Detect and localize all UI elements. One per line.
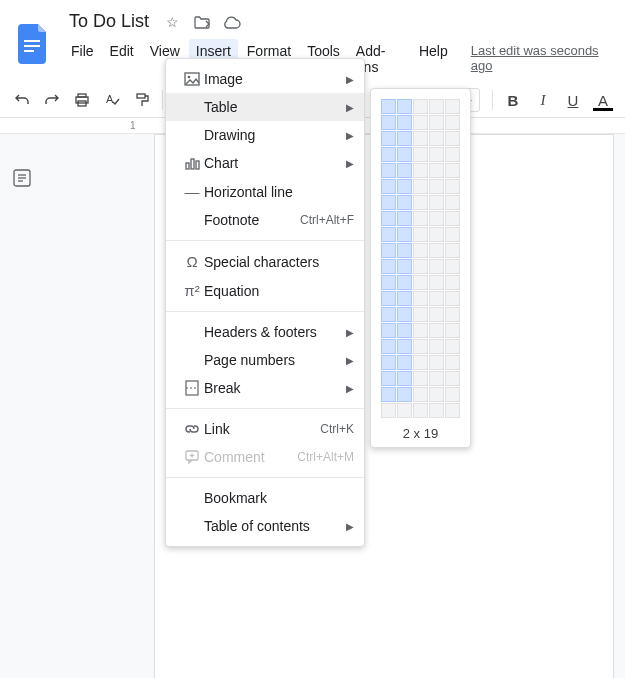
table-picker-cell[interactable]: [445, 307, 460, 322]
table-picker-cell[interactable]: [429, 163, 444, 178]
table-picker-cell[interactable]: [445, 147, 460, 162]
table-picker-cell[interactable]: [413, 275, 428, 290]
menu-help[interactable]: Help: [412, 39, 455, 79]
text-color-button[interactable]: A: [589, 87, 617, 113]
bold-button[interactable]: B: [499, 87, 527, 113]
table-picker-cell[interactable]: [445, 195, 460, 210]
table-picker-cell[interactable]: [397, 163, 412, 178]
table-picker-cell[interactable]: [397, 99, 412, 114]
insert-special-characters[interactable]: Ω Special characters: [166, 247, 364, 276]
insert-headers-footers[interactable]: Headers & footers ▶: [166, 318, 364, 346]
table-picker-cell[interactable]: [397, 211, 412, 226]
insert-page-numbers[interactable]: Page numbers ▶: [166, 346, 364, 374]
table-picker-cell[interactable]: [445, 275, 460, 290]
table-picker-cell[interactable]: [429, 387, 444, 402]
table-picker-cell[interactable]: [397, 227, 412, 242]
last-edit-info[interactable]: Last edit was seconds ago: [471, 39, 609, 79]
table-picker-cell[interactable]: [397, 339, 412, 354]
table-picker-cell[interactable]: [429, 307, 444, 322]
table-picker-cell[interactable]: [445, 163, 460, 178]
table-picker-cell[interactable]: [381, 99, 396, 114]
table-picker-cell[interactable]: [413, 163, 428, 178]
table-picker-cell[interactable]: [445, 323, 460, 338]
undo-button[interactable]: [8, 87, 36, 113]
table-picker-cell[interactable]: [429, 147, 444, 162]
outline-toggle[interactable]: [8, 164, 36, 192]
table-picker-cell[interactable]: [429, 115, 444, 130]
table-picker-cell[interactable]: [381, 163, 396, 178]
table-picker-cell[interactable]: [413, 371, 428, 386]
table-picker-cell[interactable]: [397, 307, 412, 322]
table-picker-cell[interactable]: [445, 131, 460, 146]
table-picker-cell[interactable]: [413, 387, 428, 402]
table-picker-cell[interactable]: [413, 291, 428, 306]
table-picker-cell[interactable]: [397, 147, 412, 162]
paint-format-button[interactable]: [128, 87, 156, 113]
table-picker-cell[interactable]: [397, 115, 412, 130]
italic-button[interactable]: I: [529, 87, 557, 113]
table-picker-cell[interactable]: [381, 339, 396, 354]
table-picker-cell[interactable]: [381, 131, 396, 146]
table-picker-cell[interactable]: [413, 179, 428, 194]
table-picker-cell[interactable]: [429, 275, 444, 290]
star-icon[interactable]: ☆: [162, 12, 182, 32]
table-picker-cell[interactable]: [397, 371, 412, 386]
table-picker-cell[interactable]: [429, 99, 444, 114]
cloud-icon[interactable]: [222, 12, 242, 32]
table-picker-cell[interactable]: [413, 323, 428, 338]
table-picker-cell[interactable]: [413, 99, 428, 114]
table-picker-cell[interactable]: [429, 179, 444, 194]
menu-edit[interactable]: Edit: [103, 39, 141, 79]
table-picker-cell[interactable]: [381, 307, 396, 322]
insert-bookmark[interactable]: Bookmark: [166, 484, 364, 512]
insert-footnote[interactable]: Footnote Ctrl+Alt+F: [166, 206, 364, 234]
move-icon[interactable]: [192, 12, 212, 32]
table-picker-grid[interactable]: [381, 99, 460, 418]
table-picker-cell[interactable]: [413, 211, 428, 226]
table-picker-cell[interactable]: [413, 403, 428, 418]
table-picker-cell[interactable]: [397, 323, 412, 338]
table-picker-cell[interactable]: [445, 115, 460, 130]
table-picker-cell[interactable]: [381, 227, 396, 242]
table-picker-cell[interactable]: [397, 259, 412, 274]
table-picker-cell[interactable]: [445, 355, 460, 370]
table-picker-cell[interactable]: [381, 371, 396, 386]
table-picker-cell[interactable]: [397, 243, 412, 258]
insert-horizontal-line[interactable]: — Horizontal line: [166, 177, 364, 206]
spellcheck-button[interactable]: A: [98, 87, 126, 113]
insert-drawing[interactable]: Drawing ▶: [166, 121, 364, 149]
menu-file[interactable]: File: [64, 39, 101, 79]
table-picker-cell[interactable]: [445, 387, 460, 402]
insert-link[interactable]: Link Ctrl+K: [166, 415, 364, 443]
table-picker-cell[interactable]: [429, 355, 444, 370]
table-picker-cell[interactable]: [397, 131, 412, 146]
table-picker-cell[interactable]: [445, 179, 460, 194]
table-picker-cell[interactable]: [429, 323, 444, 338]
print-button[interactable]: [68, 87, 96, 113]
table-picker-cell[interactable]: [445, 243, 460, 258]
table-picker-cell[interactable]: [429, 243, 444, 258]
table-picker-cell[interactable]: [381, 147, 396, 162]
table-picker-cell[interactable]: [413, 131, 428, 146]
table-picker-cell[interactable]: [445, 211, 460, 226]
docs-logo-icon[interactable]: [16, 26, 52, 62]
insert-toc[interactable]: Table of contents ▶: [166, 512, 364, 540]
table-picker-cell[interactable]: [397, 291, 412, 306]
table-picker-cell[interactable]: [429, 339, 444, 354]
table-picker-cell[interactable]: [413, 355, 428, 370]
insert-table[interactable]: Table ▶: [166, 93, 364, 121]
table-picker-cell[interactable]: [413, 195, 428, 210]
table-picker-cell[interactable]: [445, 259, 460, 274]
table-picker-cell[interactable]: [429, 195, 444, 210]
table-picker-cell[interactable]: [413, 339, 428, 354]
table-picker-cell[interactable]: [429, 291, 444, 306]
table-picker-cell[interactable]: [397, 387, 412, 402]
table-picker-cell[interactable]: [445, 339, 460, 354]
table-picker-cell[interactable]: [381, 243, 396, 258]
table-picker-cell[interactable]: [381, 195, 396, 210]
table-picker-cell[interactable]: [429, 403, 444, 418]
table-picker-cell[interactable]: [429, 259, 444, 274]
table-picker-cell[interactable]: [445, 403, 460, 418]
table-picker-cell[interactable]: [445, 291, 460, 306]
table-picker-cell[interactable]: [381, 323, 396, 338]
